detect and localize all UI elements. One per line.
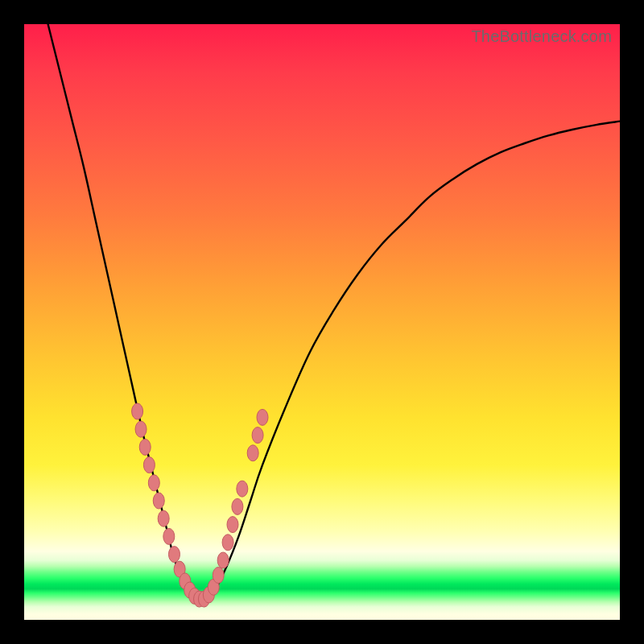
curve-marker xyxy=(257,409,268,425)
curve-marker xyxy=(132,403,143,419)
curve-marker xyxy=(139,439,151,455)
curve-marker xyxy=(252,427,263,444)
chart-frame: TheBottleneck.com xyxy=(0,0,644,644)
curve-marker xyxy=(232,498,243,514)
curve-marker xyxy=(135,421,147,437)
curve-marker xyxy=(213,568,224,584)
curve-markers xyxy=(132,403,268,607)
curve-marker xyxy=(163,528,175,544)
curve-marker xyxy=(222,535,233,551)
curve-marker xyxy=(153,493,164,509)
curve-marker xyxy=(247,445,258,461)
curve-marker xyxy=(168,547,180,563)
curve-marker xyxy=(158,510,169,526)
plot-area: TheBottleneck.com xyxy=(24,24,620,620)
curve-marker xyxy=(217,552,229,568)
chart-svg xyxy=(24,24,620,620)
curve-marker xyxy=(237,481,248,497)
curve-marker xyxy=(143,457,155,473)
curve-marker xyxy=(148,475,159,491)
bottleneck-curve xyxy=(48,24,620,603)
curve-marker xyxy=(227,517,238,533)
